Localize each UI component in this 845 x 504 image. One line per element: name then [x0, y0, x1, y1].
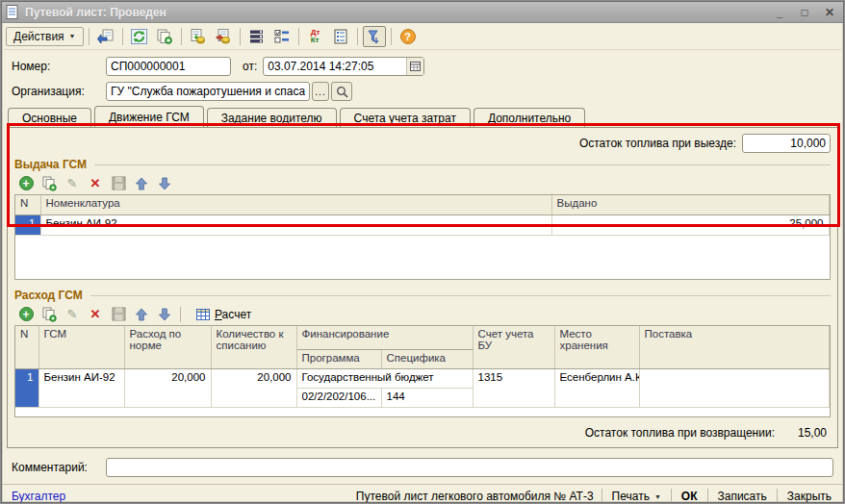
issue-edit-button[interactable]: ✎	[63, 174, 82, 192]
organization-search-button[interactable]	[331, 82, 352, 101]
expense-move-down-button[interactable]	[155, 305, 174, 323]
tab-zadanie-voditelyu[interactable]: Задание водителю	[207, 108, 337, 127]
dt-kt-button[interactable]: ДтКт	[304, 26, 327, 47]
expense-edit-button[interactable]: ✎	[63, 305, 82, 323]
issue-move-down-button[interactable]	[155, 174, 174, 192]
toolbar-separator	[391, 28, 392, 45]
expense-row-program[interactable]: 02/2/202/106...	[296, 388, 381, 407]
expense-row-specifics[interactable]: 144	[381, 388, 473, 407]
document-window: Путевой лист: Проведен _ □ ✕ Действия ▼	[1, 1, 844, 503]
calc-button[interactable]: Расчет	[191, 307, 257, 322]
expense-col-n[interactable]: N	[15, 326, 38, 368]
expense-row-delivery[interactable]	[639, 368, 829, 407]
tab-scheta-ucheta-zatrat[interactable]: Счета учета затрат	[340, 108, 471, 127]
footer-separator	[777, 489, 778, 503]
issue-end-edit-button[interactable]	[109, 174, 128, 192]
reread-button[interactable]	[94, 26, 117, 47]
issue-row-issued[interactable]: 25,000	[551, 214, 829, 235]
expense-end-edit-button[interactable]	[109, 305, 128, 323]
issue-row-nomenclature[interactable]: Бензин АИ-92	[40, 214, 551, 235]
issue-move-up-button[interactable]	[132, 174, 151, 192]
expense-col-program[interactable]: Программа	[296, 349, 381, 368]
issue-delete-button[interactable]: ✕	[86, 174, 105, 192]
expense-row-storage[interactable]: Есенберлин А.К.	[554, 368, 639, 407]
toolbar-separator	[240, 28, 241, 45]
copy-button[interactable]	[153, 26, 176, 47]
calc-button-label: Расчет	[215, 308, 251, 321]
calendar-button[interactable]	[406, 58, 423, 75]
expense-row-gsm[interactable]: Бензин АИ-92	[38, 368, 124, 407]
report-button[interactable]	[329, 26, 352, 47]
movements-settings-button[interactable]	[270, 26, 294, 47]
unpost-document-button[interactable]	[212, 26, 235, 47]
post-document-button[interactable]	[187, 26, 210, 47]
close-button[interactable]: ✕	[820, 5, 839, 20]
fuel-out-input[interactable]	[742, 134, 831, 153]
comment-input[interactable]	[106, 458, 833, 477]
expense-add-copy-button[interactable]	[39, 305, 59, 323]
maximize-button[interactable]: □	[795, 5, 814, 20]
date-input[interactable]	[264, 58, 406, 75]
refresh-icon	[131, 29, 147, 44]
date-prefix-label: от:	[243, 60, 257, 73]
expense-delete-button[interactable]: ✕	[86, 305, 105, 323]
help-button[interactable]: ?	[397, 26, 420, 47]
document-movements-button[interactable]	[245, 26, 269, 47]
chevron-down-icon: ▼	[69, 33, 76, 39]
role-link[interactable]: Бухгалтер	[12, 490, 65, 503]
minimize-button[interactable]: _	[770, 5, 789, 20]
expense-col-financing[interactable]: Финансирование	[296, 326, 473, 349]
save-button[interactable]: Записать	[716, 488, 769, 503]
expense-col-specifics[interactable]: Специфика	[381, 349, 473, 368]
fuel-return-value: 15,00	[798, 426, 827, 440]
journal-icon	[333, 29, 348, 44]
expense-table-row[interactable]: 1 Бензин АИ-92 20,000 20,000 Государстве…	[15, 368, 829, 388]
number-input[interactable]	[106, 57, 231, 76]
issue-col-nomenclature[interactable]: Номенклатура	[40, 195, 551, 214]
ok-button[interactable]: ОК	[679, 488, 700, 503]
titlebar: Путевой лист: Проведен _ □ ✕	[2, 2, 843, 23]
doc-type-label: Путевой лист легкового автомобиля № АТ-3	[356, 490, 594, 503]
expense-col-writeoff[interactable]: Количество к списанию	[211, 326, 296, 368]
expense-col-storage[interactable]: Место хранения	[554, 326, 639, 368]
header-form: Номер: от: Организация: ...	[2, 50, 843, 102]
actions-menu-button[interactable]: Действия ▼	[6, 27, 84, 46]
expense-row-financing[interactable]: Государственный бюджет	[296, 368, 473, 388]
expense-row-number[interactable]: 1	[15, 368, 38, 407]
expense-col-delivery[interactable]: Поставка	[639, 326, 829, 368]
expense-row-account[interactable]: 1315	[473, 368, 554, 407]
issue-row-number[interactable]: 1	[15, 214, 40, 235]
print-button[interactable]: Печать ▼	[610, 488, 663, 503]
footer-separator	[707, 489, 708, 503]
tab-dopolnitelno[interactable]: Дополнительно	[474, 108, 585, 127]
organization-input[interactable]	[106, 82, 310, 101]
edit-pencil-icon: ✎	[67, 307, 78, 321]
issue-table: N Номенклатура Выдано 1 Бензин АИ-92 25,…	[14, 194, 831, 280]
close-form-button[interactable]: Закрыть	[785, 488, 833, 503]
tab-dvizhenie-gsm[interactable]: Движение ГСМ	[94, 106, 204, 127]
filter-toggle-button[interactable]	[363, 26, 386, 47]
organization-select-button[interactable]: ...	[312, 82, 329, 101]
toolbar-separator	[180, 307, 181, 322]
expense-add-button[interactable]: +	[16, 305, 36, 323]
expense-row-writeoff[interactable]: 20,000	[211, 368, 296, 407]
expense-col-rate[interactable]: Расход по норме	[124, 326, 211, 368]
issue-col-issued[interactable]: Выдано	[551, 195, 829, 214]
refresh-button[interactable]	[128, 26, 151, 47]
issue-col-n[interactable]: N	[15, 195, 40, 214]
expense-row-rate[interactable]: 20,000	[124, 368, 211, 407]
expense-section-header: Расход ГСМ	[14, 287, 831, 303]
expense-col-gsm[interactable]: ГСМ	[38, 326, 124, 368]
issue-table-row[interactable]: 1 Бензин АИ-92 25,000	[15, 214, 829, 235]
toolbar-separator	[357, 28, 358, 45]
issue-add-copy-button[interactable]	[39, 174, 59, 192]
expense-move-up-button[interactable]	[132, 305, 151, 323]
tab-osnovnye[interactable]: Основные	[8, 108, 91, 127]
search-icon	[336, 86, 348, 98]
edit-pencil-icon: ✎	[67, 176, 78, 190]
post-document-icon	[190, 29, 206, 44]
toolbar-separator	[181, 28, 182, 45]
expense-col-account[interactable]: Счет учета БУ	[473, 326, 554, 368]
issue-add-button[interactable]: +	[16, 174, 36, 192]
arrow-down-icon	[158, 308, 171, 321]
